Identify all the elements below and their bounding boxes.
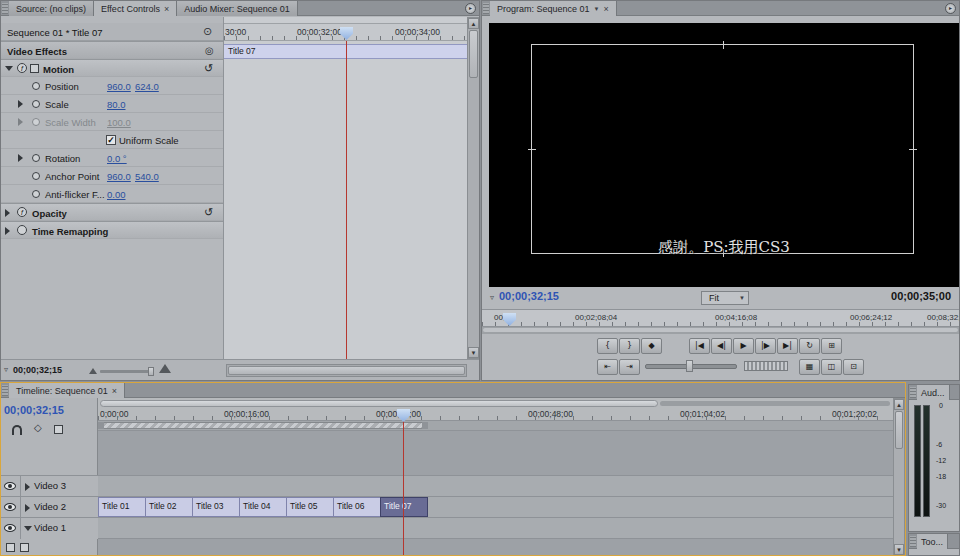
trim-button[interactable]: ◫ <box>821 359 842 375</box>
tab-tools[interactable]: Too... <box>917 534 948 549</box>
jog-dial[interactable] <box>744 361 788 371</box>
expand-triangle-icon[interactable] <box>18 100 23 108</box>
tab-source[interactable]: Source: (no clips) <box>9 1 94 16</box>
tab-audio-mixer[interactable]: Audio Mixer: Sequence 01 <box>177 1 298 16</box>
step-back-button[interactable]: ◀| <box>711 338 732 354</box>
stopwatch-icon[interactable] <box>32 172 40 180</box>
output-button[interactable]: ▦ <box>799 359 820 375</box>
track-name[interactable]: Video 2 <box>34 501 66 512</box>
toggle-track-output-icon[interactable] <box>4 482 16 490</box>
track-name[interactable]: Video 3 <box>34 480 66 491</box>
rotation-value[interactable]: 0.0 ° <box>107 153 127 164</box>
scroll-down-icon[interactable]: ▼ <box>894 544 904 555</box>
stopwatch-icon[interactable] <box>32 82 40 90</box>
display-style-button[interactable] <box>6 543 15 552</box>
scale-value[interactable]: 80.0 <box>107 99 126 110</box>
tab-timeline[interactable]: Timeline: Sequence 01 × <box>9 383 125 398</box>
zoom-slider-track[interactable] <box>100 370 154 373</box>
stopwatch-icon[interactable] <box>32 100 40 108</box>
anchor-y-value[interactable]: 540.0 <box>135 171 159 182</box>
reset-motion-button[interactable]: ↺ <box>204 62 213 75</box>
scrollbar-thumb[interactable] <box>228 366 465 375</box>
zoom-slider-thumb[interactable] <box>148 367 154 376</box>
timeline-ruler[interactable]: 0;00;00 00;00;16;00 00;00;32;00 00;00;48… <box>98 398 894 421</box>
scrollbar-thumb[interactable] <box>895 411 903 449</box>
scrollbar-thumb[interactable] <box>469 30 478 78</box>
tab-program[interactable]: Program: Sequence 01 ▼ × <box>490 1 617 16</box>
expand-triangle-icon[interactable] <box>18 154 23 162</box>
panel-grip[interactable] <box>2 3 8 14</box>
go-to-previous-edit-button[interactable]: |◀ <box>689 338 710 354</box>
go-to-in-button[interactable]: ⇤ <box>597 359 618 375</box>
track-name[interactable]: Video 1 <box>34 522 66 533</box>
expand-track-icon[interactable] <box>25 483 30 491</box>
work-area-end-handle[interactable] <box>422 422 428 429</box>
go-to-next-edit-button[interactable]: ▶| <box>777 338 798 354</box>
loop-button[interactable]: ↻ <box>799 338 820 354</box>
program-video-area[interactable]: 感謝。PS:我用CS3 <box>489 23 959 287</box>
clip-title-02[interactable]: Title 02 <box>145 497 193 517</box>
chevron-down-icon[interactable]: ▼ <box>594 6 600 12</box>
zoom-level-select[interactable]: Fit ▼ <box>701 291 749 305</box>
zoom-in-icon[interactable] <box>159 364 171 373</box>
panel-grip[interactable] <box>910 536 916 547</box>
track-video2-content[interactable]: Title 01 Title 02 Title 03 Title 04 Titl… <box>98 496 894 517</box>
uniform-scale-checkbox[interactable]: ✓ <box>106 135 116 145</box>
set-in-point-button[interactable]: { <box>597 338 618 354</box>
effect-enabled-icon[interactable]: f <box>17 63 27 73</box>
scroll-down-icon[interactable]: ▼ <box>468 347 479 358</box>
set-marker-button[interactable]: ◆ <box>641 338 662 354</box>
scroll-up-icon[interactable]: ▲ <box>468 18 479 29</box>
work-area-bar[interactable] <box>98 422 428 429</box>
timeline-current-time[interactable]: 00;00;32;15 <box>4 404 64 416</box>
keyframe-display-button[interactable] <box>20 543 29 552</box>
tab-effect-controls[interactable]: Effect Controls× <box>94 1 177 16</box>
position-x-value[interactable]: 960.0 <box>107 81 131 92</box>
clip-title-07-selected[interactable]: Title 07 <box>380 497 428 517</box>
expand-triangle-icon[interactable] <box>18 118 23 126</box>
zoom-out-icon[interactable] <box>89 368 97 374</box>
go-to-out-button[interactable]: ⇥ <box>619 359 640 375</box>
track-video3-content[interactable] <box>98 475 894 496</box>
panel-grip[interactable] <box>2 385 8 396</box>
ec-horizontal-scrollbar[interactable] <box>226 364 467 377</box>
collapse-triangle-icon[interactable] <box>5 66 13 71</box>
scrollbar-thumb[interactable] <box>483 328 958 332</box>
clip-title-06[interactable]: Title 06 <box>333 497 381 517</box>
tab-audio-master[interactable]: Aud... <box>917 385 950 400</box>
work-area-start-handle[interactable] <box>98 422 104 429</box>
encore-marker-icon[interactable] <box>54 425 63 434</box>
ec-keyframe-area[interactable]: 30;00 00;00;32;00 00;00;34;00 Title 07 <box>224 17 467 359</box>
scroll-up-icon[interactable]: ▲ <box>894 399 904 410</box>
close-icon[interactable]: × <box>164 4 169 14</box>
collapse-track-icon[interactable] <box>24 526 32 531</box>
toggle-track-output-icon[interactable] <box>4 503 16 511</box>
expand-track-icon[interactable] <box>25 504 30 512</box>
position-y-value[interactable]: 624.0 <box>135 81 159 92</box>
viewing-area-bar[interactable] <box>100 400 658 407</box>
expand-triangle-icon[interactable] <box>5 227 10 235</box>
effect-enabled-icon[interactable] <box>17 225 27 235</box>
close-icon[interactable]: × <box>604 4 609 14</box>
sequence-marker-icon[interactable]: ◇ <box>34 422 42 433</box>
timeline-view-toggle-icon[interactable]: ⊙ <box>203 25 212 38</box>
reset-opacity-button[interactable]: ↺ <box>204 206 213 219</box>
clip-title-05[interactable]: Title 05 <box>286 497 334 517</box>
toggle-track-output-icon[interactable] <box>4 524 16 532</box>
set-out-point-button[interactable]: } <box>619 338 640 354</box>
shuttle-thumb[interactable] <box>686 360 693 372</box>
stopwatch-icon[interactable] <box>32 154 40 162</box>
clip-title-04[interactable]: Title 04 <box>239 497 287 517</box>
panel-grip[interactable] <box>910 387 916 398</box>
export-frame-button[interactable]: ⊡ <box>843 359 864 375</box>
panel-menu-button[interactable]: ▸ <box>945 3 956 14</box>
anchor-x-value[interactable]: 960.0 <box>107 171 131 182</box>
effects-badge-icon[interactable]: ◎ <box>205 45 214 56</box>
program-current-time[interactable]: 00;00;32;15 <box>499 290 559 302</box>
timeline-vertical-scrollbar[interactable]: ▲ ▼ <box>893 398 905 556</box>
program-scroll-strip[interactable] <box>482 327 959 334</box>
snap-icon[interactable] <box>12 425 22 435</box>
ec-vertical-scrollbar[interactable]: ▲ ▼ <box>467 17 480 359</box>
expand-triangle-icon[interactable] <box>5 209 10 217</box>
viewing-area-track[interactable] <box>660 401 890 406</box>
